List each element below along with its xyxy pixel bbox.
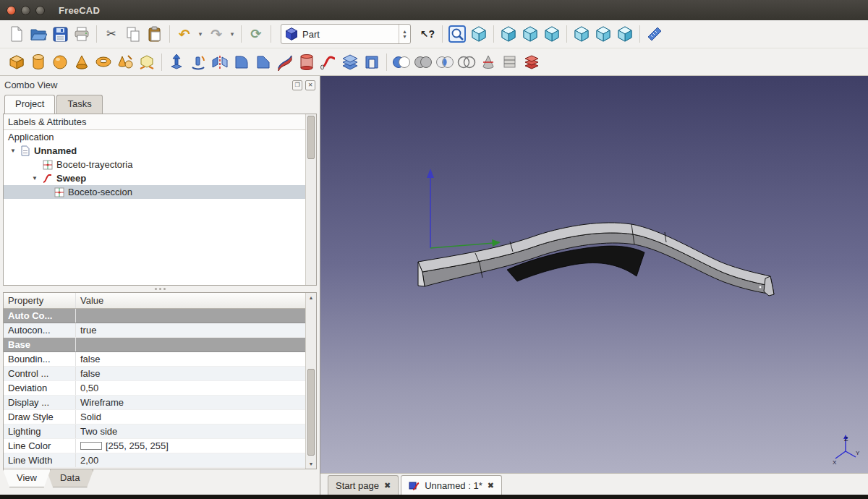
refresh-button[interactable]: ⟳ — [245, 23, 267, 45]
redo-dropdown-button[interactable]: ▾ — [227, 23, 237, 45]
panel-float-button[interactable]: ❐ — [292, 80, 302, 90]
measure-button[interactable] — [644, 23, 665, 45]
window-minimize-button[interactable] — [21, 6, 30, 15]
new-document-button[interactable] — [6, 23, 27, 45]
property-row[interactable]: Draw Style Solid — [4, 410, 316, 425]
property-value[interactable]: 2,00 — [76, 453, 316, 467]
close-tab-icon[interactable]: ✖ — [384, 481, 391, 490]
close-tab-icon[interactable]: ✖ — [488, 481, 494, 490]
bottom-view-button[interactable] — [592, 23, 614, 45]
mirror-button[interactable] — [209, 51, 231, 73]
undo-dropdown-button[interactable]: ▾ — [195, 23, 205, 45]
paste-button[interactable] — [144, 23, 166, 45]
section-button[interactable] — [477, 51, 499, 73]
loft-button[interactable] — [296, 51, 318, 73]
create-primitives-button[interactable] — [114, 51, 136, 73]
color-swatch[interactable] — [80, 442, 102, 450]
open-document-button[interactable] — [27, 23, 49, 45]
property-row[interactable]: Boundin... false — [4, 352, 316, 367]
revolve-button[interactable] — [187, 51, 209, 73]
property-value[interactable]: Two side — [76, 425, 316, 438]
expander-icon[interactable]: ▼ — [9, 148, 17, 154]
intersection-button[interactable] — [456, 51, 477, 73]
window-maximize-button[interactable] — [35, 6, 45, 15]
scroll-down-icon[interactable]: ▼ — [306, 459, 316, 469]
tree-root-application[interactable]: Application — [4, 130, 316, 144]
property-value[interactable]: Wireframe — [76, 396, 316, 409]
boolean-button[interactable] — [391, 51, 412, 73]
new-document-icon — [9, 26, 24, 42]
cut-button[interactable]: ✂ — [101, 23, 122, 45]
ruled-surface-button[interactable] — [274, 51, 296, 73]
offset-button[interactable] — [339, 51, 361, 73]
save-button[interactable] — [49, 23, 71, 45]
top-view-button[interactable] — [519, 23, 541, 45]
property-scrollbar[interactable]: ▲ ▼ — [305, 293, 316, 469]
property-group-row[interactable]: Auto Co... — [4, 309, 316, 323]
cone-button[interactable] — [71, 51, 93, 73]
rear-view-button[interactable] — [571, 23, 592, 45]
property-row[interactable]: Display ... Wireframe — [4, 396, 316, 410]
fit-all-button[interactable] — [446, 23, 468, 45]
torus-button[interactable] — [93, 51, 114, 73]
tree-item-boceto-trayectoria[interactable]: Boceto-trayectoria — [4, 158, 316, 171]
compound-button[interactable] — [521, 51, 542, 73]
fillet-button[interactable] — [231, 51, 252, 73]
shape-builder-button[interactable] — [136, 51, 158, 73]
property-row[interactable]: Deviation 0,50 — [4, 381, 316, 396]
property-group-row[interactable]: Base — [4, 338, 316, 352]
panel-close-button[interactable]: ✕ — [305, 80, 315, 90]
tree-scrollbar[interactable] — [305, 114, 316, 285]
property-value[interactable]: false — [76, 367, 316, 380]
toolbar-separator — [161, 54, 162, 71]
workbench-selector[interactable]: Part ▲ ▼ — [281, 24, 411, 44]
mdi-tab-unnamed[interactable]: Unnamed : 1* ✖ — [401, 475, 502, 495]
cross-sections-button[interactable] — [499, 51, 521, 73]
tree-scrollbar-thumb[interactable] — [307, 116, 315, 159]
undo-button[interactable]: ↶ — [174, 23, 195, 45]
mdi-tab-start-page[interactable]: Start page ✖ — [328, 475, 399, 495]
property-value[interactable]: [255, 255, 255] — [76, 439, 316, 453]
property-row[interactable]: Autocon... true — [4, 323, 316, 338]
tree-item-boceto-seccion[interactable]: Boceto-seccion — [4, 185, 316, 199]
property-row[interactable]: Line Width 2,00 — [4, 453, 316, 468]
cylinder-button[interactable] — [27, 51, 49, 73]
model-tree: Labels & Attributes Application ▼ Unname… — [3, 114, 317, 286]
tree-item-unnamed[interactable]: ▼ Unnamed — [4, 144, 316, 158]
box-button[interactable] — [6, 51, 27, 73]
expander-icon[interactable]: ▼ — [31, 175, 38, 182]
common-button[interactable] — [434, 51, 456, 73]
tab-project[interactable]: Project — [4, 95, 55, 114]
property-row[interactable]: Control ... false — [4, 367, 316, 381]
property-value[interactable]: 0,50 — [76, 381, 316, 395]
property-value[interactable]: Solid — [76, 410, 316, 424]
axonometric-view-button[interactable] — [468, 23, 490, 45]
tab-view[interactable]: View — [3, 469, 51, 487]
tab-data[interactable]: Data — [46, 469, 93, 487]
panel-splitter[interactable] — [0, 286, 320, 292]
extrude-button[interactable] — [166, 51, 187, 73]
left-view-button[interactable] — [614, 23, 636, 45]
union-button[interactable] — [412, 51, 434, 73]
workbench-spinner[interactable]: ▲ ▼ — [399, 25, 410, 43]
redo-button[interactable]: ↷ — [205, 23, 227, 45]
whats-this-button[interactable]: ↖? — [417, 23, 438, 45]
property-scrollbar-thumb[interactable] — [307, 369, 315, 456]
sphere-button[interactable] — [49, 51, 71, 73]
print-button[interactable] — [71, 23, 93, 45]
sweep-button[interactable] — [318, 51, 339, 73]
tree-item-sweep[interactable]: ▼ Sweep — [4, 171, 316, 185]
property-value[interactable]: true — [76, 323, 316, 337]
property-row[interactable]: Lighting Two side — [4, 425, 316, 439]
tab-tasks[interactable]: Tasks — [56, 95, 102, 114]
front-view-button[interactable] — [498, 23, 519, 45]
chamfer-button[interactable] — [252, 51, 274, 73]
window-close-button[interactable] — [7, 6, 16, 15]
right-view-button[interactable] — [541, 23, 563, 45]
property-row-line-color[interactable]: Line Color [255, 255, 255] — [4, 439, 316, 453]
3d-viewport[interactable]: Z Y X Start page ✖ Unnamed : 1* ✖ — [320, 76, 868, 495]
scroll-up-icon[interactable]: ▲ — [306, 293, 316, 302]
copy-button[interactable] — [122, 23, 144, 45]
property-value[interactable]: false — [76, 352, 316, 366]
thickness-button[interactable] — [361, 51, 383, 73]
